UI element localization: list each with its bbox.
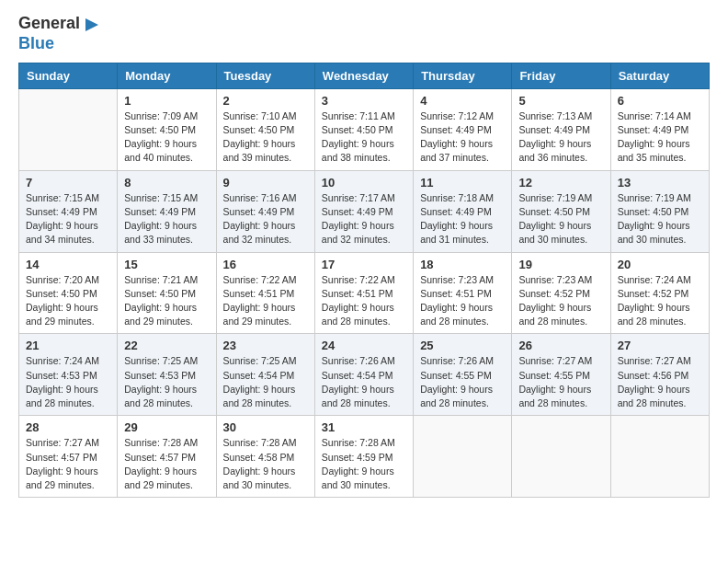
day-info: Sunrise: 7:10 AMSunset: 4:50 PMDaylight:…	[223, 109, 308, 166]
day-number: 22	[124, 339, 209, 352]
calendar-table: SundayMondayTuesdayWednesdayThursdayFrid…	[18, 63, 710, 498]
calendar-day-header: Thursday	[414, 63, 512, 88]
calendar-day-header: Sunday	[19, 63, 118, 88]
calendar-day-cell: 25Sunrise: 7:26 AMSunset: 4:55 PMDayligh…	[414, 334, 512, 416]
day-info: Sunrise: 7:28 AMSunset: 4:58 PMDaylight:…	[223, 436, 308, 492]
day-number: 4	[420, 94, 505, 108]
calendar-day-cell: 13Sunrise: 7:19 AMSunset: 4:50 PMDayligh…	[610, 170, 709, 252]
calendar-week-row: 28Sunrise: 7:27 AMSunset: 4:57 PMDayligh…	[19, 416, 710, 498]
day-number: 3	[322, 94, 406, 108]
day-info: Sunrise: 7:15 AMSunset: 4:49 PMDaylight:…	[124, 191, 209, 247]
logo-blue: Blue	[18, 34, 54, 52]
calendar-day-cell: 23Sunrise: 7:25 AMSunset: 4:54 PMDayligh…	[216, 334, 314, 416]
day-info: Sunrise: 7:18 AMSunset: 4:49 PMDaylight:…	[420, 191, 505, 247]
day-number: 9	[223, 176, 308, 190]
logo-text: General Blue	[18, 15, 102, 53]
calendar-day-cell: 15Sunrise: 7:21 AMSunset: 4:50 PMDayligh…	[118, 252, 216, 334]
header: General Blue	[18, 15, 710, 53]
calendar-day-cell	[610, 416, 709, 498]
calendar-day-cell: 9Sunrise: 7:16 AMSunset: 4:49 PMDaylight…	[216, 170, 314, 252]
day-number: 2	[223, 94, 308, 108]
calendar-day-cell: 28Sunrise: 7:27 AMSunset: 4:57 PMDayligh…	[19, 416, 118, 498]
page-container: General Blue SundayMondayTuesdayWednesda…	[0, 0, 728, 507]
day-info: Sunrise: 7:19 AMSunset: 4:50 PMDaylight:…	[518, 191, 603, 247]
day-info: Sunrise: 7:24 AMSunset: 4:53 PMDaylight:…	[26, 354, 110, 410]
calendar-day-cell	[512, 416, 610, 498]
calendar-week-row: 7Sunrise: 7:15 AMSunset: 4:49 PMDaylight…	[19, 170, 710, 252]
day-number: 6	[618, 94, 702, 108]
day-number: 24	[322, 339, 406, 352]
day-info: Sunrise: 7:25 AMSunset: 4:53 PMDaylight:…	[124, 354, 209, 410]
calendar-day-cell: 8Sunrise: 7:15 AMSunset: 4:49 PMDaylight…	[118, 170, 216, 252]
calendar-day-cell: 6Sunrise: 7:14 AMSunset: 4:49 PMDaylight…	[610, 88, 709, 170]
day-number: 17	[322, 258, 406, 271]
logo-triangle-icon	[82, 15, 102, 35]
day-number: 13	[618, 176, 702, 190]
day-info: Sunrise: 7:28 AMSunset: 4:57 PMDaylight:…	[124, 436, 209, 492]
day-number: 1	[124, 94, 209, 108]
calendar-day-cell	[414, 416, 512, 498]
calendar-day-cell: 29Sunrise: 7:28 AMSunset: 4:57 PMDayligh…	[118, 416, 216, 498]
day-info: Sunrise: 7:11 AMSunset: 4:50 PMDaylight:…	[322, 109, 406, 166]
day-number: 20	[618, 258, 702, 271]
day-info: Sunrise: 7:21 AMSunset: 4:50 PMDaylight:…	[124, 273, 209, 329]
day-number: 26	[518, 339, 603, 352]
calendar-day-cell	[19, 88, 118, 170]
day-info: Sunrise: 7:24 AMSunset: 4:52 PMDaylight:…	[618, 273, 702, 329]
calendar-day-cell: 14Sunrise: 7:20 AMSunset: 4:50 PMDayligh…	[19, 252, 118, 334]
calendar-day-header: Tuesday	[216, 63, 314, 88]
calendar-day-cell: 20Sunrise: 7:24 AMSunset: 4:52 PMDayligh…	[610, 252, 709, 334]
day-number: 28	[26, 420, 110, 434]
calendar-day-cell: 18Sunrise: 7:23 AMSunset: 4:51 PMDayligh…	[414, 252, 512, 334]
day-number: 14	[26, 258, 110, 271]
day-number: 30	[223, 420, 308, 434]
day-info: Sunrise: 7:23 AMSunset: 4:52 PMDaylight:…	[518, 273, 603, 329]
calendar-day-cell: 1Sunrise: 7:09 AMSunset: 4:50 PMDaylight…	[118, 88, 216, 170]
day-number: 25	[420, 339, 505, 352]
day-info: Sunrise: 7:28 AMSunset: 4:59 PMDaylight:…	[322, 436, 406, 492]
day-info: Sunrise: 7:27 AMSunset: 4:55 PMDaylight:…	[518, 354, 603, 410]
calendar-day-cell: 10Sunrise: 7:17 AMSunset: 4:49 PMDayligh…	[314, 170, 413, 252]
day-info: Sunrise: 7:27 AMSunset: 4:57 PMDaylight:…	[26, 436, 110, 492]
day-number: 29	[124, 420, 209, 434]
day-number: 5	[518, 94, 603, 108]
calendar-day-cell: 31Sunrise: 7:28 AMSunset: 4:59 PMDayligh…	[314, 416, 413, 498]
day-info: Sunrise: 7:12 AMSunset: 4:49 PMDaylight:…	[420, 109, 505, 166]
day-info: Sunrise: 7:09 AMSunset: 4:50 PMDaylight:…	[124, 109, 209, 166]
calendar-week-row: 21Sunrise: 7:24 AMSunset: 4:53 PMDayligh…	[19, 334, 710, 416]
day-number: 16	[223, 258, 308, 271]
day-number: 21	[26, 339, 110, 352]
calendar-day-cell: 27Sunrise: 7:27 AMSunset: 4:56 PMDayligh…	[610, 334, 709, 416]
calendar-day-cell: 3Sunrise: 7:11 AMSunset: 4:50 PMDaylight…	[314, 88, 413, 170]
day-info: Sunrise: 7:16 AMSunset: 4:49 PMDaylight:…	[223, 191, 308, 247]
svg-marker-0	[85, 18, 98, 31]
calendar-day-cell: 22Sunrise: 7:25 AMSunset: 4:53 PMDayligh…	[118, 334, 216, 416]
calendar-week-row: 14Sunrise: 7:20 AMSunset: 4:50 PMDayligh…	[19, 252, 710, 334]
calendar-day-header: Friday	[512, 63, 610, 88]
day-number: 8	[124, 176, 209, 190]
day-number: 10	[322, 176, 406, 190]
logo: General Blue	[18, 15, 102, 53]
logo-general: General	[18, 14, 80, 32]
day-number: 31	[322, 420, 406, 434]
day-info: Sunrise: 7:23 AMSunset: 4:51 PMDaylight:…	[420, 273, 505, 329]
calendar-day-cell: 17Sunrise: 7:22 AMSunset: 4:51 PMDayligh…	[314, 252, 413, 334]
calendar-day-header: Saturday	[610, 63, 709, 88]
day-info: Sunrise: 7:22 AMSunset: 4:51 PMDaylight:…	[322, 273, 406, 329]
calendar-day-cell: 4Sunrise: 7:12 AMSunset: 4:49 PMDaylight…	[414, 88, 512, 170]
calendar-week-row: 1Sunrise: 7:09 AMSunset: 4:50 PMDaylight…	[19, 88, 710, 170]
calendar-day-cell: 19Sunrise: 7:23 AMSunset: 4:52 PMDayligh…	[512, 252, 610, 334]
day-number: 18	[420, 258, 505, 271]
calendar-day-cell: 7Sunrise: 7:15 AMSunset: 4:49 PMDaylight…	[19, 170, 118, 252]
day-info: Sunrise: 7:13 AMSunset: 4:49 PMDaylight:…	[518, 109, 603, 166]
calendar-day-cell: 26Sunrise: 7:27 AMSunset: 4:55 PMDayligh…	[512, 334, 610, 416]
calendar-day-cell: 11Sunrise: 7:18 AMSunset: 4:49 PMDayligh…	[414, 170, 512, 252]
calendar-day-cell: 24Sunrise: 7:26 AMSunset: 4:54 PMDayligh…	[314, 334, 413, 416]
day-number: 12	[518, 176, 603, 190]
calendar-day-header: Wednesday	[314, 63, 413, 88]
day-info: Sunrise: 7:14 AMSunset: 4:49 PMDaylight:…	[618, 109, 702, 166]
calendar-header-row: SundayMondayTuesdayWednesdayThursdayFrid…	[19, 63, 710, 88]
day-info: Sunrise: 7:26 AMSunset: 4:54 PMDaylight:…	[322, 354, 406, 410]
calendar-day-cell: 12Sunrise: 7:19 AMSunset: 4:50 PMDayligh…	[512, 170, 610, 252]
day-number: 27	[618, 339, 702, 352]
